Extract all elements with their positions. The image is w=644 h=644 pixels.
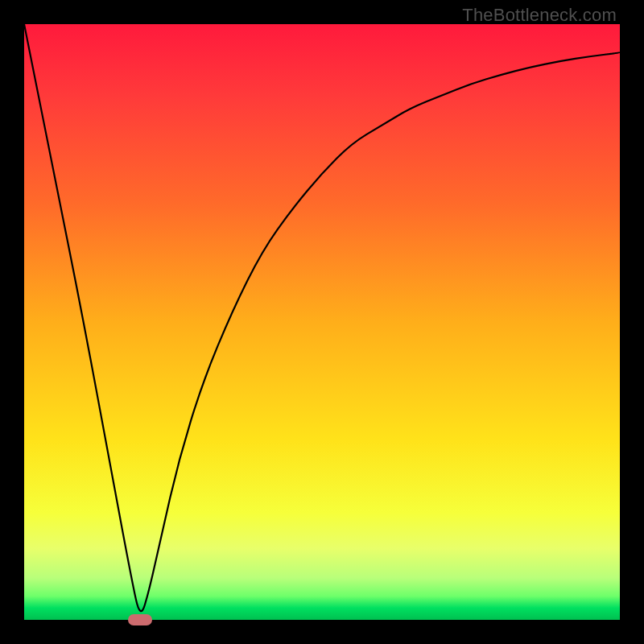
- curve-svg: [24, 24, 620, 620]
- bottleneck-curve: [24, 24, 620, 611]
- optimal-marker: [128, 614, 152, 625]
- chart-frame: TheBottleneck.com: [0, 0, 644, 644]
- watermark-text: TheBottleneck.com: [462, 5, 617, 26]
- plot-area: [24, 24, 620, 620]
